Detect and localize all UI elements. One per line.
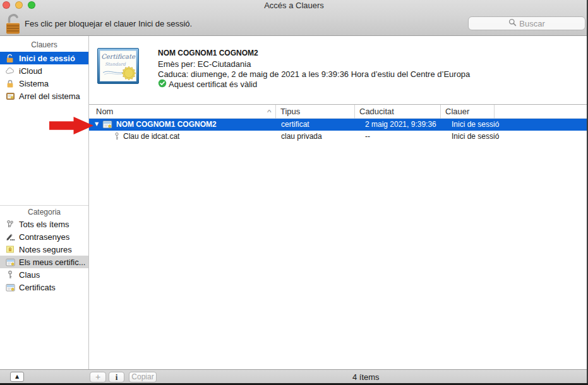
unlocked-padlock-icon[interactable] xyxy=(5,13,21,37)
table-header: Nom ^ Tipus Caducitat Clauer xyxy=(89,105,588,119)
close-window-button[interactable] xyxy=(3,1,10,9)
column-header-tipus[interactable]: Tipus xyxy=(276,105,355,119)
sidebar-item-icloud-keychain[interactable]: iCloud xyxy=(0,64,88,77)
certificate-expiry: Caduca: diumenge, 2 de maig de 2021 a le… xyxy=(158,69,470,79)
statusbar: ▲ + i Copiar 4 ítems xyxy=(0,369,588,383)
sidebar-item-label: Tots els ítems xyxy=(19,220,69,229)
item-count: 4 ítems xyxy=(352,372,380,382)
sidebar-item-login-keychain[interactable]: Inici de sessió xyxy=(0,52,88,64)
toggle-keychain-list-button[interactable]: ▲ xyxy=(10,372,24,382)
key-icon xyxy=(5,270,15,279)
copy-button[interactable]: Copiar xyxy=(129,372,157,382)
sidebar-item-label: Notes segures xyxy=(19,245,72,254)
sidebar-item-label: Certificats xyxy=(19,283,56,292)
badge-title: Certificate xyxy=(100,53,136,60)
sidebar-item-secure-notes[interactable]: Notes segures xyxy=(0,243,88,256)
row-name: NOM COGNOM1 COGNOM2 xyxy=(116,119,217,131)
cloud-icon xyxy=(5,66,15,75)
panel-toggle-icon: ▲ xyxy=(15,374,19,379)
sidebar-item-label: Arrel del sistema xyxy=(19,92,80,101)
sidebar-item-label: Contrasenyes xyxy=(19,232,69,242)
sidebar-item-certificates[interactable]: Certificats xyxy=(0,281,88,293)
certificate-card-icon xyxy=(5,283,15,292)
certificate-card-icon xyxy=(102,120,112,131)
sidebar-item-keys[interactable]: Claus xyxy=(0,268,88,281)
valid-check-icon xyxy=(158,79,167,90)
keychain-access-window: Accés a Clauers Fes clic per bloquejar e… xyxy=(0,0,588,385)
search-icon xyxy=(508,18,517,29)
sidebar-item-all-items[interactable]: Tots els ítems xyxy=(0,218,88,230)
row-type: clau privada xyxy=(281,131,322,143)
lock-message[interactable]: Fes clic per bloquejar el clauer Inici d… xyxy=(25,19,192,28)
locked-padlock-icon xyxy=(5,79,15,88)
info-button[interactable]: i xyxy=(109,372,124,382)
add-item-button[interactable]: + xyxy=(90,372,106,382)
secure-note-icon xyxy=(5,245,15,254)
row-keychain: Inici de sessió xyxy=(452,119,499,131)
sidebar-item-label: Sistema xyxy=(19,79,49,88)
sidebar: Clauers Inici de sessió iCloud xyxy=(0,36,89,369)
disclosure-open-icon[interactable]: ▼ xyxy=(95,119,99,131)
row-type: certificat xyxy=(281,119,309,131)
search-field[interactable]: Buscar xyxy=(468,16,585,30)
traffic-lights xyxy=(3,1,35,9)
sidebar-item-label: Els meus certific... xyxy=(19,258,85,267)
certificate-card-icon xyxy=(5,258,15,266)
zoom-window-button[interactable] xyxy=(28,1,35,9)
sidebar-item-label: Claus xyxy=(19,270,40,280)
minimize-window-button[interactable] xyxy=(15,1,23,9)
certificate-badge-image: Certificate Standard xyxy=(97,48,139,84)
sidebar-divider xyxy=(0,205,88,206)
certificate-name: NOM COGNOM1 COGNOM2 xyxy=(158,49,258,57)
sort-ascending-icon: ^ xyxy=(267,106,272,119)
sidebar-item-passwords[interactable]: Contrasenyes xyxy=(0,230,88,243)
table-row-certificate[interactable]: ▼ NOM COGNOM1 COGNOM2 certificat 2 maig … xyxy=(89,119,588,131)
category-header: Categoria xyxy=(0,207,88,217)
search-placeholder: Buscar xyxy=(519,19,544,28)
sidebar-item-system-roots-keychain[interactable]: Arrel del sistema xyxy=(0,90,88,102)
unlocked-padlock-icon xyxy=(5,54,15,62)
badge-gold-seal xyxy=(121,66,136,81)
sidebar-item-system-keychain[interactable]: Sistema xyxy=(0,77,88,90)
row-name: Clau de idcat.cat xyxy=(123,131,179,143)
titlebar-toolbar: Accés a Clauers Fes clic per bloquejar e… xyxy=(0,0,588,36)
row-keychain: Inici de sessió xyxy=(452,131,499,143)
table-row-private-key[interactable]: Clau de idcat.cat clau privada -- Inici … xyxy=(89,131,588,143)
row-expiry: -- xyxy=(365,131,370,143)
column-header-caducitat[interactable]: Caducitat xyxy=(355,105,441,119)
keychains-header: Clauers xyxy=(0,40,88,50)
column-header-nom[interactable]: Nom ^ xyxy=(89,105,276,119)
key-bunch-icon xyxy=(5,220,15,228)
sidebar-item-label: Inici de sessió xyxy=(19,54,75,63)
certificate-issuer: Emès per: EC-Ciutadania xyxy=(158,59,251,69)
sidebar-item-my-certificates[interactable]: Els meus certific... xyxy=(0,256,88,268)
certificate-validity-status: Aquest certificat és vàlid xyxy=(169,80,257,89)
window-title: Accés a Clauers xyxy=(0,0,588,11)
row-expiry: 2 maig 2021, 9:39:36 xyxy=(365,119,436,131)
pencil-dots-icon xyxy=(5,232,15,241)
key-icon xyxy=(113,131,121,143)
system-roots-icon xyxy=(5,92,15,100)
column-header-clauer[interactable]: Clauer xyxy=(441,105,495,119)
sidebar-item-label: iCloud xyxy=(19,66,42,76)
